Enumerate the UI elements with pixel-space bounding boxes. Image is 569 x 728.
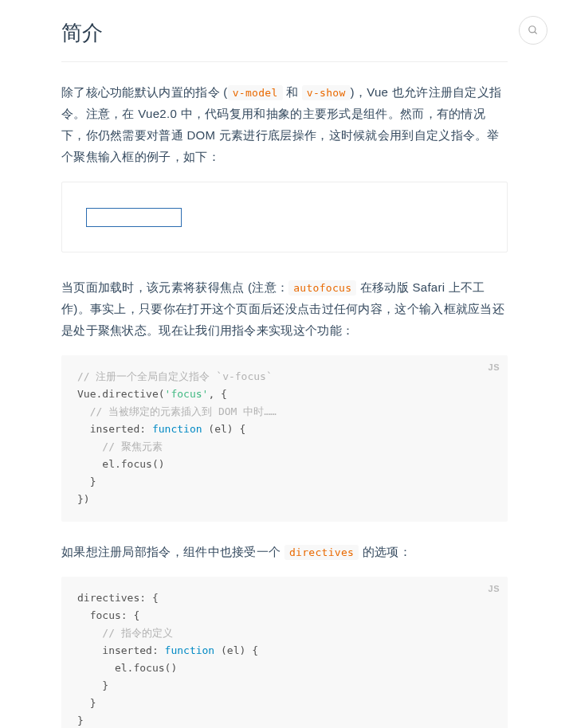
- intro-paragraph-2: 当页面加载时，该元素将获得焦点 (注意：autofocus 在移动版 Safar…: [61, 276, 508, 341]
- svg-line-1: [535, 32, 537, 34]
- code-text: }: [77, 476, 96, 487]
- search-icon: [528, 25, 539, 36]
- search-button[interactable]: [519, 16, 547, 45]
- code-text: focus: {: [77, 609, 139, 621]
- code-text: (el) {: [214, 644, 258, 656]
- intro-paragraph-3: 如果想注册局部指令，组件中也接受一个 directives 的选项：: [61, 541, 508, 562]
- code-text: }: [77, 679, 108, 691]
- code-text: , {: [208, 388, 226, 400]
- code-text: el.focus(): [77, 458, 165, 470]
- code-comment: // 聚焦元素: [77, 440, 163, 452]
- code-pre: directives: { focus: { // 指令的定义 inserted…: [77, 589, 492, 728]
- text: 的选项：: [359, 545, 411, 558]
- code-text: inserted:: [77, 423, 152, 435]
- code-keyword: function: [152, 423, 202, 435]
- content: 除了核心功能默认内置的指令 (v-model 和 v-show)，Vue 也允许…: [61, 62, 508, 728]
- code-text: directives: {: [77, 592, 159, 604]
- code-text: Vue.directive(: [77, 388, 165, 400]
- code-pre: // 注册一个全局自定义指令 `v-focus` Vue.directive('…: [77, 368, 492, 509]
- code-lang-label: JS: [489, 360, 500, 376]
- page-title: 简介: [61, 14, 508, 52]
- code-comment: // 指令的定义: [77, 627, 173, 639]
- code-text: inserted:: [77, 644, 165, 656]
- code-comment: // 当被绑定的元素插入到 DOM 中时……: [77, 405, 277, 417]
- code-lang-label: JS: [489, 581, 500, 597]
- header-bar: 简介: [61, 0, 508, 62]
- intro-paragraph-1: 除了核心功能默认内置的指令 (v-model 和 v-show)，Vue 也允许…: [61, 81, 508, 167]
- demo-box: [61, 182, 508, 252]
- svg-point-0: [529, 26, 536, 33]
- code-directives: directives: [284, 545, 359, 560]
- code-comment: // 注册一个全局自定义指令 `v-focus`: [77, 370, 273, 382]
- code-text: }: [77, 697, 96, 709]
- text: 和: [283, 85, 302, 99]
- code-block-global-directive: JS // 注册一个全局自定义指令 `v-focus` Vue.directiv…: [61, 355, 508, 522]
- code-block-local-directive: JS directives: { focus: { // 指令的定义 inser…: [61, 577, 508, 728]
- code-v-model: v-model: [228, 85, 283, 100]
- demo-focus-input[interactable]: [86, 208, 182, 227]
- code-text: }): [77, 493, 90, 505]
- code-text: }: [77, 714, 84, 726]
- text: 除了核心功能默认内置的指令 (: [61, 85, 228, 99]
- code-text: el.focus(): [77, 662, 177, 674]
- code-v-show: v-show: [302, 85, 351, 100]
- text: 当页面加载时，该元素将获得焦点 (注意：: [61, 280, 288, 294]
- code-keyword: function: [165, 644, 215, 656]
- code-string: 'focus': [165, 388, 209, 400]
- code-text: (el) {: [202, 423, 246, 435]
- text: 如果想注册局部指令，组件中也接受一个: [61, 545, 284, 558]
- code-autofocus: autofocus: [288, 280, 356, 296]
